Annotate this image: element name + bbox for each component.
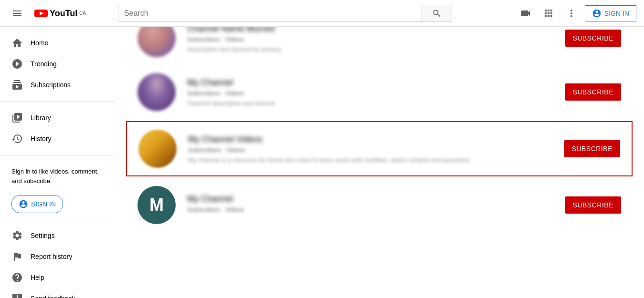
channel-name-2: My Channel: [187, 78, 554, 88]
channel-name-3: My Channel Videos: [188, 134, 553, 144]
sidebar-divider-1: [0, 101, 115, 102]
sidebar-sign-in-button[interactable]: SIGN IN: [11, 195, 63, 213]
subscribe-button-2[interactable]: SUBSCRIBE: [565, 83, 621, 101]
settings-icon: [11, 230, 23, 241]
channel-avatar-4: M: [137, 186, 176, 224]
sidebar-item-trending-label: Trending: [31, 60, 57, 68]
more-icon: [566, 8, 577, 19]
search-button[interactable]: [422, 5, 452, 22]
channel-info-4: My Channel Subscribers · Videos: [187, 194, 554, 216]
sign-in-label: SIGN IN: [604, 10, 629, 17]
channel-card-4: M My Channel Subscribers · Videos SUBSCR…: [126, 178, 633, 232]
youtube-logo[interactable]: YouTube CA: [34, 9, 86, 18]
sidebar-divider-3: [0, 219, 115, 219]
sidebar-sign-in-label: SIGN IN: [31, 200, 56, 208]
search-input[interactable]: [118, 5, 422, 22]
channel-avatar-3: [138, 130, 177, 168]
channel-meta-3: Subscribers · Videos: [188, 146, 553, 154]
channel-info-1: Channel Name Blurred Subscribers · Video…: [187, 24, 554, 53]
account-circle-icon: [592, 9, 602, 18]
sidebar-item-settings[interactable]: Settings: [0, 225, 115, 244]
sidebar-item-history-label: History: [31, 135, 52, 143]
library-icon: [11, 112, 23, 123]
header: YouTube CA: [0, 0, 644, 27]
channel-meta-2: Subscribers · Videos: [187, 90, 554, 97]
sidebar-item-home[interactable]: Home: [0, 32, 115, 53]
trending-icon: [11, 58, 23, 70]
search-icon: [432, 9, 442, 18]
youtube-logo-icon: YouTube: [34, 9, 77, 18]
hamburger-button[interactable]: [8, 4, 27, 23]
logo-ca-badge: CA: [79, 10, 86, 16]
channel-meta-1: Subscribers · Videos: [187, 36, 554, 43]
home-icon: [11, 37, 23, 49]
sidebar-account-icon: [19, 199, 28, 209]
channel-avatar-2: [137, 73, 176, 111]
main-content: Channel Name Blurred Subscribers · Video…: [115, 0, 644, 244]
header-center: [118, 5, 452, 22]
sidebar-item-library-label: Library: [31, 114, 51, 122]
hamburger-icon: [11, 8, 23, 19]
svg-text:YouTube: YouTube: [50, 9, 77, 18]
channel-desc-2: Channel description text blurred: [187, 100, 554, 107]
history-icon: [11, 133, 23, 144]
channel-info-3: My Channel Videos Subscribers · Videos M…: [188, 134, 553, 164]
channel-list: Channel Name Blurred Subscribers · Video…: [126, 11, 633, 232]
channel-desc-3: My channel is a resource for those who w…: [188, 156, 553, 164]
sidebar-item-subscriptions[interactable]: Subscriptions: [0, 74, 115, 95]
sidebar-item-trending[interactable]: Trending: [0, 53, 115, 74]
video-camera-button[interactable]: [516, 4, 535, 23]
header-left: YouTube CA: [8, 4, 86, 23]
subscribe-button-1[interactable]: SUBSCRIBE: [565, 30, 621, 47]
search-bar: [118, 5, 452, 22]
subscribe-button-4[interactable]: SUBSCRIBE: [565, 196, 621, 214]
sidebar-item-library[interactable]: Library: [0, 107, 115, 128]
subscriptions-icon: [11, 79, 23, 91]
sidebar-signin-text: Sign in to like videos, comment, and sub…: [0, 161, 115, 191]
sidebar-divider-2: [0, 155, 115, 155]
subscribe-button-3[interactable]: SUBSCRIBE: [564, 140, 620, 157]
channel-card-2: My Channel Subscribers · Videos Channel …: [126, 65, 633, 119]
sidebar-settings-label: Settings: [31, 232, 55, 239]
apps-button[interactable]: [539, 4, 558, 23]
more-options-button[interactable]: [562, 4, 581, 23]
sidebar: Home Trending Subscriptions Library Hist…: [0, 27, 115, 244]
apps-icon: [543, 8, 554, 19]
video-camera-icon: [520, 8, 531, 19]
channel-desc-1: Description text blurred for privacy: [187, 46, 554, 53]
sidebar-item-home-label: Home: [31, 39, 48, 47]
sidebar-item-history[interactable]: History: [0, 128, 115, 149]
channel-info-2: My Channel Subscribers · Videos Channel …: [187, 78, 554, 107]
sign-in-button[interactable]: SIGN IN: [585, 5, 636, 21]
channel-meta-4: Subscribers · Videos: [187, 206, 554, 213]
channel-name-4: My Channel: [187, 194, 554, 204]
channel-card-3: My Channel Videos Subscribers · Videos M…: [126, 121, 633, 176]
header-right: SIGN IN: [516, 4, 636, 23]
sidebar-item-subscriptions-label: Subscriptions: [31, 81, 71, 89]
